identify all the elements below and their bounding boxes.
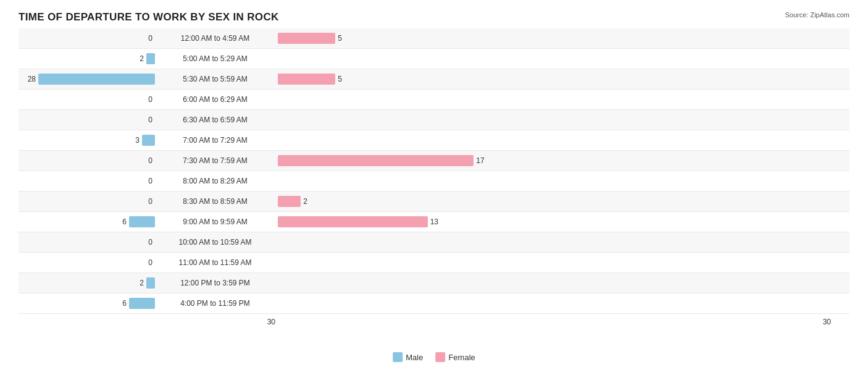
male-bar-wrap: 28 [22,74,155,85]
female-value: 2 [303,197,317,206]
female-value: 5 [338,34,351,43]
source-text: Source: ZipAtlas.com [785,11,849,19]
male-bar-wrap: 2 [22,277,155,289]
left-section: 0 6:30 AM to 6:59 AM [19,114,278,125]
axis-right-label: 30 [823,318,831,326]
legend-male: Male [393,352,423,362]
male-value: 28 [22,75,36,83]
male-bar-wrap: 3 [22,135,155,146]
bar-row: 3 7:00 AM to 7:29 AM [19,130,849,151]
legend-female-box [435,352,445,362]
bar-row: 0 8:00 AM to 8:29 AM [19,171,849,192]
male-value: 6 [113,299,127,308]
male-bar-wrap: 0 [22,33,155,44]
left-section: 3 7:00 AM to 7:29 AM [19,135,278,146]
male-bar-wrap: 0 [22,196,155,207]
male-bar-wrap: 6 [22,298,155,309]
time-label: 5:30 AM to 5:59 AM [155,75,275,83]
right-section [278,94,849,105]
male-value: 0 [139,177,152,185]
left-section: 6 9:00 AM to 9:59 AM [19,216,278,227]
male-value: 0 [139,116,152,124]
bar-row: 0 8:30 AM to 8:59 AM 2 [19,192,849,212]
male-bar [142,135,155,146]
right-section: 2 [278,196,849,207]
legend: Male Female [393,352,475,362]
left-section: 0 12:00 AM to 4:59 AM [19,33,278,44]
time-label: 6:30 AM to 6:59 AM [155,116,275,124]
chart-title: TIME OF DEPARTURE TO WORK BY SEX IN ROCK [19,11,849,23]
time-label: 6:00 AM to 6:29 AM [155,95,275,104]
time-label: 12:00 PM to 3:59 PM [155,279,275,287]
right-section: 5 [278,74,849,85]
time-label: 7:00 AM to 7:29 AM [155,136,275,145]
time-label: 8:00 AM to 8:29 AM [155,177,275,185]
female-bar [278,196,301,207]
left-section: 2 5:00 AM to 5:29 AM [19,53,278,64]
left-section: 2 12:00 PM to 3:59 PM [19,277,278,289]
legend-female-label: Female [448,353,475,362]
left-section: 0 7:30 AM to 7:59 AM [19,155,278,166]
male-value: 0 [139,34,152,43]
axis-row: 30 30 [19,318,849,326]
legend-male-label: Male [406,353,423,362]
male-value: 6 [113,217,127,226]
time-label: 5:00 AM to 5:29 AM [155,54,275,63]
female-bar [278,74,335,85]
male-value: 2 [130,54,144,63]
male-bar-wrap: 6 [22,216,155,227]
bar-row: 6 4:00 PM to 11:59 PM [19,293,849,314]
bar-row: 0 6:00 AM to 6:29 AM [19,90,849,110]
female-bar [278,33,335,44]
axis-left-label: 30 [267,318,275,326]
left-section: 28 5:30 AM to 5:59 AM [19,74,278,85]
left-section: 0 10:00 AM to 10:59 AM [19,237,278,248]
right-section [278,53,849,64]
male-bar [129,216,155,227]
female-value: 17 [476,156,490,165]
female-bar [278,216,428,227]
legend-male-box [393,352,403,362]
time-label: 7:30 AM to 7:59 AM [155,156,275,165]
right-section [278,114,849,125]
male-value: 0 [139,197,152,206]
male-value: 0 [139,238,152,247]
time-label: 10:00 AM to 10:59 AM [155,238,275,247]
bar-row: 2 12:00 PM to 3:59 PM [19,273,849,293]
right-section: 13 [278,216,849,227]
male-value: 0 [139,156,152,165]
right-section [278,237,849,248]
right-section: 5 [278,33,849,44]
male-value: 3 [126,136,140,145]
bar-row: 2 5:00 AM to 5:29 AM [19,49,849,69]
male-bar [129,298,155,309]
legend-female: Female [435,352,475,362]
right-section [278,277,849,289]
right-section [278,257,849,268]
male-value: 2 [130,279,144,287]
right-section [278,135,849,146]
right-section: 17 [278,155,849,166]
bar-row: 0 12:00 AM to 4:59 AM 5 [19,28,849,49]
left-section: 0 11:00 AM to 11:59 AM [19,257,278,268]
time-label: 9:00 AM to 9:59 AM [155,217,275,226]
male-value: 0 [139,95,152,104]
time-label: 11:00 AM to 11:59 AM [155,258,275,267]
left-section: 0 8:00 AM to 8:29 AM [19,175,278,187]
right-section [278,298,849,309]
bar-row: 0 6:30 AM to 6:59 AM [19,110,849,130]
male-bar-wrap: 0 [22,94,155,105]
time-label: 4:00 PM to 11:59 PM [155,299,275,308]
female-bar [278,155,474,166]
left-section: 0 8:30 AM to 8:59 AM [19,196,278,207]
bar-row: 0 11:00 AM to 11:59 AM [19,253,849,273]
male-bar-wrap: 2 [22,53,155,64]
male-bar-wrap: 0 [22,155,155,166]
time-label: 8:30 AM to 8:59 AM [155,197,275,206]
male-bar-wrap: 0 [22,237,155,248]
male-bar-wrap: 0 [22,175,155,187]
bar-row: 0 10:00 AM to 10:59 AM [19,232,849,253]
male-value: 0 [139,258,152,267]
male-bar-wrap: 0 [22,114,155,125]
left-section: 6 4:00 PM to 11:59 PM [19,298,278,309]
